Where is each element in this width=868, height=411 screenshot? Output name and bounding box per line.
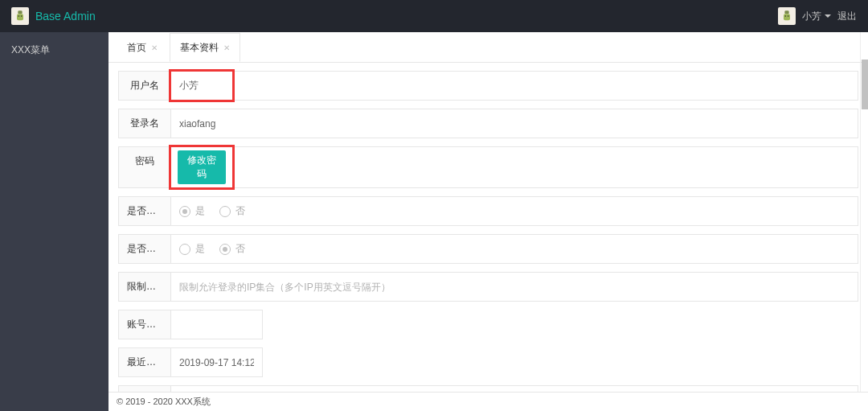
svg-rect-0 <box>18 10 22 14</box>
logout-link[interactable]: 退出 <box>837 10 857 23</box>
radio-icon <box>219 244 231 255</box>
tab-label: 基本资料 <box>180 41 219 55</box>
allow1-cell: 是 否 <box>170 196 858 226</box>
allow1-no[interactable]: 否 <box>219 204 245 218</box>
allow2-no[interactable]: 否 <box>219 242 245 256</box>
input-recent-modify-wrap <box>170 347 263 377</box>
radio-icon <box>219 206 231 217</box>
label-password: 密码 <box>118 146 170 188</box>
username-label: 小芳 <box>802 10 821 23</box>
input-login-wrap <box>170 109 858 138</box>
top-bar: Base Admin 小芳 退出 <box>0 0 868 32</box>
label-login: 登录名 <box>118 109 170 138</box>
input-expire[interactable] <box>179 319 254 331</box>
input-ipset-wrap <box>170 272 858 302</box>
input-username[interactable] <box>179 80 224 92</box>
tab-bar: 首页 ✕ 基本资料 ✕ <box>108 32 868 63</box>
tab-label: 首页 <box>127 41 146 55</box>
chevron-down-icon <box>825 14 831 21</box>
label-ipset: 限制允许… <box>118 272 170 302</box>
svg-point-7 <box>788 15 789 17</box>
change-password-button[interactable]: 修改密码 <box>178 150 226 184</box>
allow1-yes[interactable]: 是 <box>179 204 205 218</box>
label-username: 用户名 <box>118 71 170 101</box>
label-expire: 账号失效… <box>118 310 170 339</box>
svg-rect-1 <box>17 14 23 20</box>
svg-point-6 <box>785 15 787 17</box>
svg-point-2 <box>18 15 20 17</box>
avatar <box>778 7 796 25</box>
footer-copyright: © 2019 - 2020 XXX系统 <box>117 397 211 406</box>
close-icon[interactable]: ✕ <box>223 43 230 52</box>
svg-point-3 <box>21 15 23 17</box>
close-icon[interactable]: ✕ <box>151 43 158 52</box>
tab-home[interactable]: 首页 ✕ <box>117 33 168 62</box>
svg-rect-4 <box>784 10 788 14</box>
tab-profile[interactable]: 基本资料 ✕ <box>170 33 240 62</box>
input-username-wrap <box>170 71 233 101</box>
radio-icon <box>179 206 190 217</box>
allow2-yes[interactable]: 是 <box>179 242 205 256</box>
label-recent-modify: 最近修改… <box>118 347 170 377</box>
input-username-rest <box>233 71 858 101</box>
input-recent-modify[interactable] <box>179 357 254 368</box>
input-expire-wrap <box>170 310 263 339</box>
password-cell: 修改密码 <box>170 146 233 188</box>
sidebar: XXX菜单 <box>0 32 108 411</box>
input-ipset[interactable] <box>179 282 850 293</box>
brand-title: Base Admin <box>35 10 96 23</box>
form-area[interactable]: 用户名 登录名 密码 <box>118 63 858 392</box>
svg-rect-5 <box>784 14 790 20</box>
scrollbar-thumb[interactable] <box>862 60 868 109</box>
radio-icon <box>179 244 190 255</box>
brand-logo <box>11 7 29 25</box>
label-allow1: 是否允许… <box>118 196 170 226</box>
value-created: 2019-09-17 14:12:41.0 <box>170 385 858 392</box>
sidebar-item-menu[interactable]: XXX菜单 <box>0 40 108 60</box>
password-rest <box>233 146 858 188</box>
label-allow2: 是否允许… <box>118 234 170 264</box>
user-menu[interactable]: 小芳 <box>802 10 831 23</box>
allow2-cell: 是 否 <box>170 234 858 264</box>
input-login[interactable] <box>179 118 850 129</box>
scrollbar-vertical[interactable] <box>860 32 868 392</box>
footer: © 2019 - 2020 XXX系统 <box>108 392 868 411</box>
label-created: 创建时间 <box>118 385 170 392</box>
